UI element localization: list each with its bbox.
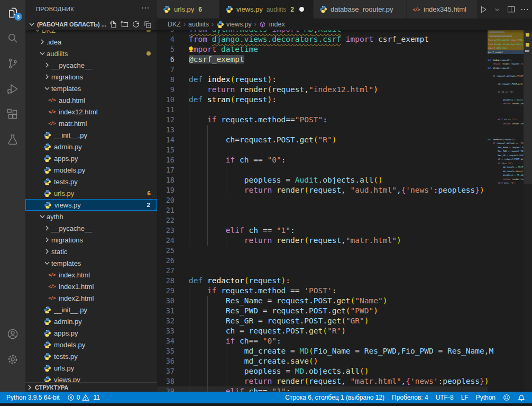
tree-item-urls-py[interactable]: urls.py6 — [25, 187, 157, 199]
code-line-38[interactable]: 38 return render(request, "matr.html",{'… — [157, 376, 488, 386]
code-line-12[interactable]: 12 if request.method=="POST": — [157, 115, 488, 125]
tree-item-urls-py[interactable]: urls.py — [25, 362, 157, 374]
code-line-27[interactable]: 27 — [157, 266, 488, 276]
code-line-15[interactable]: 15 — [157, 145, 488, 155]
tree-item-index12-html[interactable]: </>index12.html — [25, 106, 157, 118]
code-line-30[interactable]: 30 Res_Name = request.POST.get("Name") — [157, 296, 488, 306]
code-line-28[interactable]: 28def redactor(request): — [157, 276, 488, 286]
code-line-4[interactable]: 4from django.views.decorators.csrf impor… — [157, 34, 488, 44]
tab-views-py[interactable]: views.pyaudiiits2 — [219, 0, 314, 19]
code-line-22[interactable]: 22 — [157, 215, 488, 225]
code-line-31[interactable]: 31 Res_PWD = request.POST.get("PWD") — [157, 306, 488, 316]
code-line-17[interactable]: 17 — [157, 165, 488, 175]
tree-item-aythh[interactable]: aythh — [25, 211, 157, 222]
code-line-11[interactable]: 11 — [157, 105, 488, 115]
split-editor-icon[interactable] — [505, 4, 517, 15]
tree-item-apps-py[interactable]: apps.py — [25, 152, 157, 164]
code-line-19[interactable]: 19 return render(request, "aud.html",{'n… — [157, 185, 488, 195]
code-line-20[interactable]: 20 — [157, 195, 488, 205]
code-line-9[interactable]: 9 return render(request,"index12.html") — [157, 85, 488, 95]
breadcrumb-item-views-py[interactable]: views.py — [216, 21, 252, 29]
refresh-icon[interactable] — [132, 20, 140, 29]
activity-extensions-icon[interactable] — [0, 105, 25, 123]
workspace-section-header[interactable]: (РАБОЧАЯ ОБЛАСТЬ) ... — [25, 19, 157, 30]
tab-modified-dot[interactable] — [299, 7, 304, 12]
activity-source-control-icon[interactable] — [0, 55, 25, 73]
tree-item-migrations[interactable]: migrations — [25, 71, 157, 83]
tree-item-static[interactable]: static — [25, 246, 157, 257]
tree-item-audiiits[interactable]: audiiits — [25, 48, 157, 59]
outline-section-header[interactable]: СТРУКТУРА — [25, 382, 157, 392]
tree-item--pycache-[interactable]: __pycache__ — [25, 59, 157, 71]
minimap[interactable]: from aythh.models import MD,Auditfrom dj… — [488, 30, 524, 392]
tree-item-matr-html[interactable]: </>matr.html — [25, 118, 157, 129]
tree-item-tests-py[interactable]: tests.py — [25, 176, 157, 187]
tree-item--init-py[interactable]: __init__.py — [25, 304, 157, 315]
lightbulb-icon[interactable] — [187, 46, 195, 53]
tree-item-admin-py[interactable]: admin.py — [25, 141, 157, 152]
code-line-33[interactable]: 33 ch = request.POST.get("R") — [157, 326, 488, 336]
tab-index345-html[interactable]: </>index345.html — [407, 0, 478, 19]
tree-item--init-py[interactable]: __init__.py — [25, 129, 157, 141]
new-file-icon[interactable] — [108, 20, 117, 29]
sidebar-more-actions[interactable]: ⋯ — [141, 3, 150, 13]
activity-testing-icon[interactable] — [0, 131, 25, 149]
run-icon[interactable] — [478, 4, 489, 15]
tree-item-models-py[interactable]: models.py — [25, 339, 157, 350]
code-line-14[interactable]: 14 ch=request.POST.get("R") — [157, 135, 488, 145]
tree-item-apps-py[interactable]: apps.py — [25, 327, 157, 339]
tab-database-roouter-py[interactable]: database_roouter.py — [314, 0, 407, 19]
tab-urls-py[interactable]: urls.py6 — [157, 0, 219, 19]
status-eol[interactable]: LF — [457, 392, 472, 403]
code-line-32[interactable]: 32 Res_GR = request.POST.get("GR") — [157, 316, 488, 326]
tree-item-index-html[interactable]: </>index.html — [25, 269, 157, 281]
feedback-icon[interactable] — [499, 392, 514, 403]
code-line-35[interactable]: 35 md_create = MD(Fio_Name = Res_PWD,Fio… — [157, 346, 488, 356]
tree-item-templates[interactable]: templates — [25, 83, 157, 94]
breadcrumb-item-audiiits[interactable]: audiiits — [188, 21, 209, 28]
code-line-39[interactable]: 39 elif ch== "1": — [157, 386, 488, 392]
more-actions-icon[interactable] — [519, 4, 530, 15]
scrollbar-thumb[interactable] — [524, 30, 532, 184]
code-line-18[interactable]: 18 peopless = Audit.objects.all() — [157, 175, 488, 185]
status-language-mode[interactable]: Python — [472, 392, 499, 403]
tree-item-migrations[interactable]: migrations — [25, 234, 157, 246]
activity-settings-icon[interactable] — [0, 350, 25, 368]
code-line-8[interactable]: 8def index(request): — [157, 75, 488, 85]
tree-item-index1-html[interactable]: </>index1.html — [25, 281, 157, 292]
new-folder-icon[interactable] — [120, 20, 129, 29]
code-line-6[interactable]: 6@csrf_exempt — [157, 55, 488, 65]
tree-item-models-py[interactable]: models.py — [25, 164, 157, 176]
code-line-34[interactable]: 34 if ch== "0": — [157, 336, 488, 346]
notifications-bell-icon[interactable] — [514, 392, 529, 403]
tree-item--idea[interactable]: .idea — [25, 36, 157, 48]
collapse-all-icon[interactable] — [143, 20, 152, 29]
code-line-23[interactable]: 23 elif ch == "1": — [157, 225, 488, 236]
tree-item--pycache-[interactable]: __pycache__ — [25, 222, 157, 234]
tree-item-templates[interactable]: templates — [25, 257, 157, 269]
code-line-29[interactable]: 29 if request.method == 'POST': — [157, 286, 488, 296]
code-line-5[interactable]: 5import datetime — [157, 44, 488, 55]
code-line-10[interactable]: 10def stran(request): — [157, 95, 488, 105]
tree-item-admin-py[interactable]: admin.py — [25, 315, 157, 327]
status-encoding[interactable]: UTF-8 — [432, 392, 457, 403]
code-editor[interactable]: 3from aythh.models import MD,Audit4from … — [157, 30, 532, 392]
tree-item-tests-py[interactable]: tests.py — [25, 350, 157, 362]
code-line-37[interactable]: 37 peopless = MD.objects.all() — [157, 366, 488, 376]
status-problems[interactable]: 011 — [63, 392, 104, 403]
activity-account-icon[interactable] — [0, 325, 25, 343]
code-line-16[interactable]: 16 if ch == "0": — [157, 155, 488, 165]
tree-item-views-py[interactable]: views.py2 — [25, 199, 157, 211]
code-line-7[interactable]: 7 — [157, 65, 488, 75]
run-dropdown-icon[interactable] — [491, 4, 503, 15]
activity-run-debug-icon[interactable] — [0, 80, 25, 98]
status-cursor-position[interactable]: Строка 6, столбец 1 (выбрано 12) — [281, 392, 388, 403]
code-line-13[interactable]: 13 — [157, 125, 488, 135]
code-line-36[interactable]: 36 md_create.save() — [157, 356, 488, 366]
code-line-3[interactable]: 3from aythh.models import MD,Audit — [157, 30, 488, 34]
status-indentation[interactable]: Пробелов: 4 — [388, 392, 432, 403]
breadcrumb-item-DKZ[interactable]: DKZ — [168, 21, 181, 28]
tree-item-aud-html[interactable]: </>aud.html — [25, 94, 157, 106]
breadcrumb-item-index[interactable]: index — [259, 21, 285, 29]
activity-search-icon[interactable] — [0, 29, 25, 47]
